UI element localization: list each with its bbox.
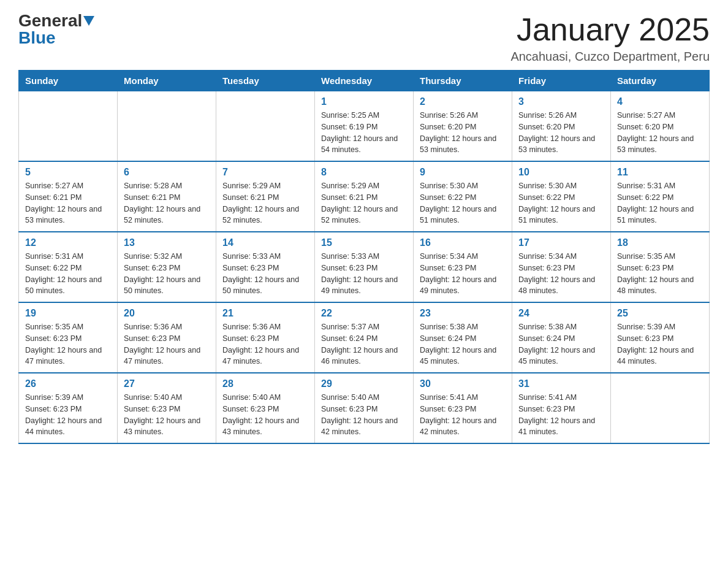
day-info: Sunrise: 5:34 AMSunset: 6:23 PMDaylight:…	[518, 251, 604, 297]
day-info: Sunrise: 5:39 AMSunset: 6:23 PMDaylight:…	[617, 321, 703, 367]
day-info: Sunrise: 5:36 AMSunset: 6:23 PMDaylight:…	[222, 321, 308, 367]
day-info: Sunrise: 5:25 AMSunset: 6:19 PMDaylight:…	[321, 110, 407, 156]
logo-general-text: General	[18, 12, 82, 29]
calendar-cell: 15Sunrise: 5:33 AMSunset: 6:23 PMDayligh…	[315, 232, 414, 302]
calendar-week-row: 1Sunrise: 5:25 AMSunset: 6:19 PMDaylight…	[19, 91, 710, 162]
day-info: Sunrise: 5:30 AMSunset: 6:22 PMDaylight:…	[420, 180, 506, 226]
weekday-header-wednesday: Wednesday	[315, 71, 414, 91]
day-number: 26	[25, 378, 111, 389]
day-info: Sunrise: 5:33 AMSunset: 6:23 PMDaylight:…	[222, 251, 308, 297]
page-title: January 2025	[510, 12, 710, 47]
calendar-cell: 12Sunrise: 5:31 AMSunset: 6:22 PMDayligh…	[19, 232, 118, 302]
calendar-cell: 3Sunrise: 5:26 AMSunset: 6:20 PMDaylight…	[512, 91, 611, 162]
calendar-cell	[216, 91, 315, 162]
calendar-cell	[19, 91, 118, 162]
day-number: 21	[222, 308, 308, 319]
calendar-cell: 26Sunrise: 5:39 AMSunset: 6:23 PMDayligh…	[19, 373, 118, 443]
day-number: 2	[420, 96, 506, 107]
calendar-cell: 19Sunrise: 5:35 AMSunset: 6:23 PMDayligh…	[19, 302, 118, 373]
calendar-cell: 23Sunrise: 5:38 AMSunset: 6:24 PMDayligh…	[414, 302, 512, 373]
calendar-cell: 30Sunrise: 5:41 AMSunset: 6:23 PMDayligh…	[414, 373, 512, 443]
day-info: Sunrise: 5:35 AMSunset: 6:23 PMDaylight:…	[617, 251, 703, 297]
day-number: 10	[518, 167, 604, 178]
day-number: 11	[617, 167, 703, 178]
location-subtitle: Ancahuasi, Cuzco Department, Peru	[510, 50, 710, 64]
calendar-cell: 20Sunrise: 5:36 AMSunset: 6:23 PMDayligh…	[118, 302, 216, 373]
day-info: Sunrise: 5:40 AMSunset: 6:23 PMDaylight:…	[321, 392, 407, 438]
day-info: Sunrise: 5:37 AMSunset: 6:24 PMDaylight:…	[321, 321, 407, 367]
day-info: Sunrise: 5:41 AMSunset: 6:23 PMDaylight:…	[518, 392, 604, 438]
calendar-body: 1Sunrise: 5:25 AMSunset: 6:19 PMDaylight…	[19, 91, 710, 444]
calendar-cell	[611, 373, 710, 443]
weekday-header-sunday: Sunday	[19, 71, 118, 91]
calendar-week-row: 26Sunrise: 5:39 AMSunset: 6:23 PMDayligh…	[19, 373, 710, 443]
day-number: 25	[617, 308, 703, 319]
day-info: Sunrise: 5:29 AMSunset: 6:21 PMDaylight:…	[321, 180, 407, 226]
day-number: 23	[420, 308, 506, 319]
day-number: 15	[321, 237, 407, 248]
calendar-cell: 6Sunrise: 5:28 AMSunset: 6:21 PMDaylight…	[118, 161, 216, 232]
day-number: 6	[124, 167, 210, 178]
weekday-header-friday: Friday	[512, 71, 611, 91]
day-info: Sunrise: 5:31 AMSunset: 6:22 PMDaylight:…	[617, 180, 703, 226]
day-info: Sunrise: 5:28 AMSunset: 6:21 PMDaylight:…	[124, 180, 210, 226]
calendar-cell: 16Sunrise: 5:34 AMSunset: 6:23 PMDayligh…	[414, 232, 512, 302]
day-number: 3	[518, 96, 604, 107]
day-number: 14	[222, 237, 308, 248]
day-info: Sunrise: 5:35 AMSunset: 6:23 PMDaylight:…	[25, 321, 111, 367]
calendar-cell: 9Sunrise: 5:30 AMSunset: 6:22 PMDaylight…	[414, 161, 512, 232]
calendar-week-row: 19Sunrise: 5:35 AMSunset: 6:23 PMDayligh…	[19, 302, 710, 373]
calendar-cell: 17Sunrise: 5:34 AMSunset: 6:23 PMDayligh…	[512, 232, 611, 302]
calendar-cell: 22Sunrise: 5:37 AMSunset: 6:24 PMDayligh…	[315, 302, 414, 373]
calendar-cell: 29Sunrise: 5:40 AMSunset: 6:23 PMDayligh…	[315, 373, 414, 443]
day-info: Sunrise: 5:39 AMSunset: 6:23 PMDaylight:…	[25, 392, 111, 438]
calendar-week-row: 12Sunrise: 5:31 AMSunset: 6:22 PMDayligh…	[19, 232, 710, 302]
logo-blue-text: Blue	[18, 29, 56, 47]
day-number: 19	[25, 308, 111, 319]
calendar-cell	[118, 91, 216, 162]
day-number: 27	[124, 378, 210, 389]
day-info: Sunrise: 5:30 AMSunset: 6:22 PMDaylight:…	[518, 180, 604, 226]
calendar-cell: 1Sunrise: 5:25 AMSunset: 6:19 PMDaylight…	[315, 91, 414, 162]
day-number: 18	[617, 237, 703, 248]
weekday-header-tuesday: Tuesday	[216, 71, 315, 91]
calendar-cell: 13Sunrise: 5:32 AMSunset: 6:23 PMDayligh…	[118, 232, 216, 302]
calendar-cell: 25Sunrise: 5:39 AMSunset: 6:23 PMDayligh…	[611, 302, 710, 373]
day-number: 22	[321, 308, 407, 319]
day-number: 1	[321, 96, 407, 107]
day-info: Sunrise: 5:33 AMSunset: 6:23 PMDaylight:…	[321, 251, 407, 297]
day-info: Sunrise: 5:31 AMSunset: 6:22 PMDaylight:…	[25, 251, 111, 297]
weekday-header-monday: Monday	[118, 71, 216, 91]
day-info: Sunrise: 5:40 AMSunset: 6:23 PMDaylight:…	[222, 392, 308, 438]
day-info: Sunrise: 5:27 AMSunset: 6:21 PMDaylight:…	[25, 180, 111, 226]
title-section: January 2025 Ancahuasi, Cuzco Department…	[510, 12, 710, 64]
day-number: 13	[124, 237, 210, 248]
day-info: Sunrise: 5:34 AMSunset: 6:23 PMDaylight:…	[420, 251, 506, 297]
day-info: Sunrise: 5:29 AMSunset: 6:21 PMDaylight:…	[222, 180, 308, 226]
day-info: Sunrise: 5:40 AMSunset: 6:23 PMDaylight:…	[124, 392, 210, 438]
day-info: Sunrise: 5:36 AMSunset: 6:23 PMDaylight:…	[124, 321, 210, 367]
day-number: 29	[321, 378, 407, 389]
day-number: 20	[124, 308, 210, 319]
calendar-header-row: SundayMondayTuesdayWednesdayThursdayFrid…	[19, 71, 710, 91]
calendar-cell: 11Sunrise: 5:31 AMSunset: 6:22 PMDayligh…	[611, 161, 710, 232]
calendar-cell: 28Sunrise: 5:40 AMSunset: 6:23 PMDayligh…	[216, 373, 315, 443]
day-number: 12	[25, 237, 111, 248]
day-number: 28	[222, 378, 308, 389]
calendar-cell: 31Sunrise: 5:41 AMSunset: 6:23 PMDayligh…	[512, 373, 611, 443]
day-info: Sunrise: 5:26 AMSunset: 6:20 PMDaylight:…	[420, 110, 506, 156]
page-header: General Blue January 2025 Ancahuasi, Cuz…	[18, 12, 710, 64]
day-info: Sunrise: 5:27 AMSunset: 6:20 PMDaylight:…	[617, 110, 703, 156]
calendar-cell: 18Sunrise: 5:35 AMSunset: 6:23 PMDayligh…	[611, 232, 710, 302]
day-number: 5	[25, 167, 111, 178]
day-number: 16	[420, 237, 506, 248]
calendar-cell: 2Sunrise: 5:26 AMSunset: 6:20 PMDaylight…	[414, 91, 512, 162]
day-number: 30	[420, 378, 506, 389]
day-number: 24	[518, 308, 604, 319]
day-number: 9	[420, 167, 506, 178]
day-number: 8	[321, 167, 407, 178]
calendar-cell: 24Sunrise: 5:38 AMSunset: 6:24 PMDayligh…	[512, 302, 611, 373]
calendar-cell: 10Sunrise: 5:30 AMSunset: 6:22 PMDayligh…	[512, 161, 611, 232]
day-number: 17	[518, 237, 604, 248]
day-number: 4	[617, 96, 703, 107]
